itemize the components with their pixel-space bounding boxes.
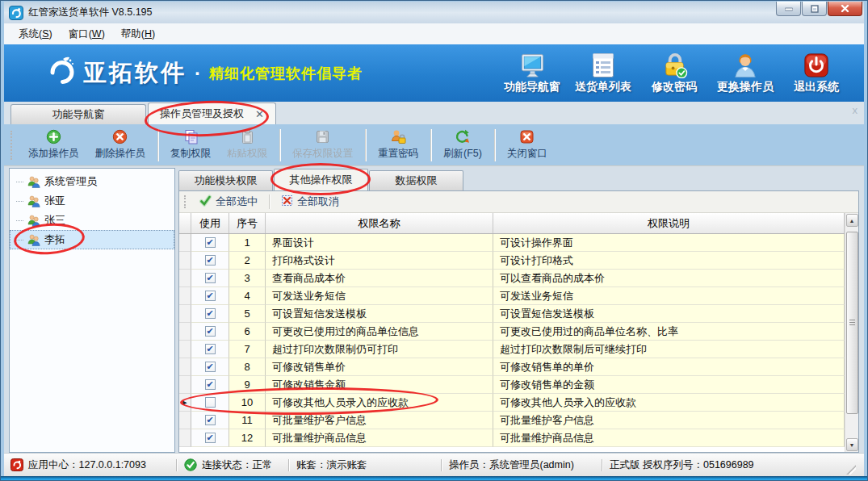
operator-zhangsan[interactable]: 张三 [10,211,174,230]
permission-desc-cell: 可更改已使用过的商品单位名称、比率 [493,323,845,341]
permission-desc-cell: 可批量维护客户信息 [493,412,845,429]
current-row-indicator: ▶ [179,394,191,412]
maximize-button[interactable] [802,2,827,16]
lock-icon [661,52,688,78]
row-indicator [179,376,191,394]
tree-connector [16,220,23,221]
table-row: ✔3查看商品成本价可以查看商品的成本价 [179,270,845,287]
checkbox-checked[interactable]: ✔ [205,344,216,354]
tab-data-permissions[interactable]: 数据权限 [369,170,463,190]
tab-operator-management-label: 操作员管理及授权 [160,107,244,121]
deselect-all-button[interactable]: 全部取消 [275,193,346,211]
paste-permission-button: 粘贴权限 [219,127,275,163]
menu-system[interactable]: 系统(S) [10,25,61,44]
close-button[interactable] [828,2,862,16]
menu-bar: 系统(S)窗口(W)帮助(H) [4,23,864,44]
add-operator-button[interactable]: 添加操作员 [20,127,87,163]
scroll-down-arrow[interactable]: ▼ [846,438,858,451]
table-row: ✔8可修改销售单价可修改销售单的单价 [179,358,845,376]
panel-tab-strip: 功能模块权限其他操作权限数据权限 [178,168,859,190]
status-license: 正式版 授权序列号：051696989 [610,458,754,472]
operator-lituo[interactable]: 李拓 [10,230,174,249]
connection-text: 连接状态：正常 [202,458,273,472]
save-permission-settings-label: 保存权限设置 [292,147,353,161]
separator [494,129,495,161]
menu-window[interactable]: 窗口(W) [61,25,113,44]
permission-name-cell: 可发送业务短信 [266,287,493,305]
row-number-cell: 7 [229,341,266,358]
select-all-label: 全部选中 [216,194,258,209]
refresh-icon [455,129,470,144]
checkbox-checked[interactable]: ✔ [205,291,216,301]
checkbox-cell: ✔ [191,234,229,252]
tab-operator-management[interactable]: 操作员管理及授权✕ [148,102,276,124]
delete-operator-icon [112,129,128,144]
row-indicator [179,341,191,358]
checkbox-unchecked[interactable] [205,397,216,408]
checkbox-checked[interactable]: ✔ [205,326,216,337]
copy-permission-button[interactable]: 复制权限 [162,127,219,163]
row-indicator [179,305,191,323]
tab-nav-window[interactable]: 功能导航窗 [10,104,146,124]
main-area: 系统管理员张亚张三李拓 功能模块权限其他操作权限数据权限 全部选中 全部取消 [4,166,864,453]
switch-operator-button[interactable]: 更换操作员 [717,52,774,94]
separator [269,194,270,209]
separator [288,459,289,471]
checkbox-checked[interactable]: ✔ [205,362,216,372]
checkbox-cell: ✔ [191,429,229,447]
permission-name-cell: 可更改已使用过的商品单位信息 [266,323,493,341]
tabstrip-close-icon[interactable]: x [853,104,858,116]
checkbox-checked[interactable]: ✔ [205,379,216,390]
table-row: ✔11可批量维护客户信息可批量维护客户信息 [179,412,845,429]
resize-grip[interactable] [846,465,856,475]
checkbox-checked[interactable]: ✔ [205,308,216,319]
toolbar-grip[interactable] [184,195,187,208]
tab-other-permissions[interactable]: 其他操作权限 [274,169,368,190]
select-all-button[interactable]: 全部选中 [193,193,264,211]
deselect-all-label: 全部取消 [297,194,339,209]
checkbox-checked[interactable]: ✔ [205,237,216,248]
close-window-button[interactable]: 关闭窗口 [499,127,556,163]
checkbox-checked[interactable]: ✔ [205,415,216,425]
table-row: ✔6可更改已使用过的商品单位信息可更改已使用过的商品单位名称、比率 [179,323,845,341]
tab-close-icon[interactable]: ✕ [255,109,264,119]
permission-desc-cell: 可以查看商品的成本价 [493,270,845,287]
permission-desc-cell: 可设置短信发送模板 [493,305,845,323]
operator-admin[interactable]: 系统管理员 [10,172,174,191]
scroll-thumb[interactable] [846,232,858,414]
vertical-scrollbar[interactable]: ▲ ▼ [845,213,858,452]
status-account: 账套：演示账套 [296,458,434,472]
separator [441,459,442,471]
scroll-up-arrow[interactable]: ▲ [846,214,858,227]
minimize-button[interactable] [776,2,801,16]
table-header: 使用 序号 权限名称 权限说明 [179,213,845,234]
brand-banner: 亚拓软件 · 精细化管理软件倡导者 功能导航窗送货单列表修改密码更换操作员退出系… [4,44,864,102]
app-logo-icon [9,6,23,20]
delete-operator-button[interactable]: 删除操作员 [87,127,154,163]
operator-zhangya[interactable]: 张亚 [10,191,174,211]
panel-body: 全部选中 全部取消 使用 序号 权限名称 权限说明 [178,190,859,453]
permission-desc-cell: 可修改销售单的单价 [493,358,845,376]
permission-desc-cell: 可设计打印格式 [493,252,845,270]
close-window-icon [519,129,535,144]
account-text: 账套：演示账套 [296,458,367,472]
toolbar-grip[interactable] [10,131,14,160]
add-operator-label: 添加操作员 [28,147,79,161]
checkbox-checked[interactable]: ✔ [205,255,216,266]
refresh-button[interactable]: 刷新(F5) [435,127,490,163]
table-row: ✔1界面设计可设计操作界面 [179,234,845,252]
table-row: ✔5可设置短信发送模板可设置短信发送模板 [179,305,845,323]
checkbox-cell: ✔ [191,270,229,287]
change-password-button[interactable]: 修改密码 [646,52,702,94]
checkbox-checked[interactable]: ✔ [205,273,216,283]
nav-window-button[interactable]: 功能导航窗 [504,52,560,94]
checkbox-checked[interactable]: ✔ [205,433,216,443]
delivery-list-button[interactable]: 送货单列表 [575,52,631,94]
menu-help[interactable]: 帮助(H) [113,25,163,44]
tab-module-permissions[interactable]: 功能模块权限 [178,170,273,190]
exit-system-button[interactable]: 退出系统 [788,52,845,94]
permission-desc-cell: 超过打印次数限制后可继续打印 [493,341,845,358]
header-no: 序号 [229,213,266,233]
tree-connector [16,240,23,240]
reset-password-button[interactable]: 重置密码 [370,127,426,163]
